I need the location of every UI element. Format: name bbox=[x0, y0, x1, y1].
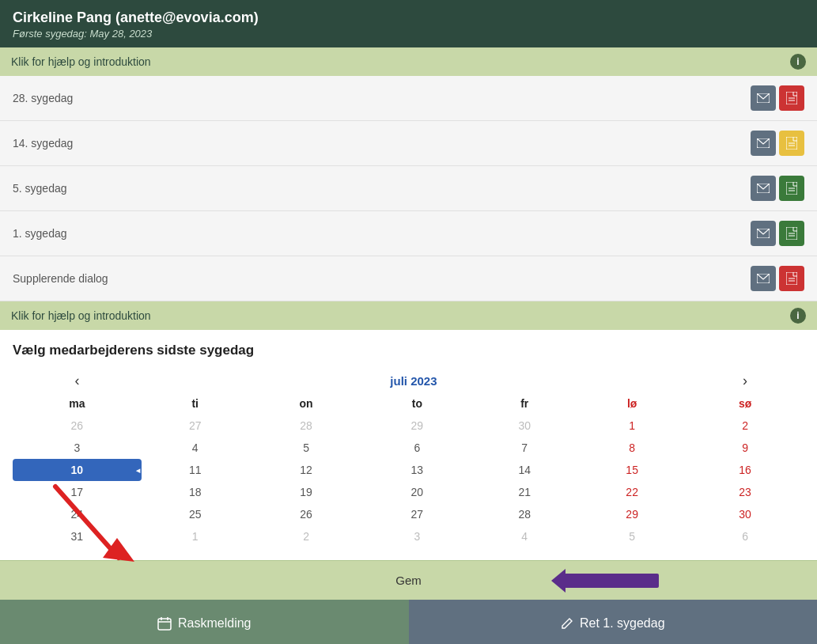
calendar-day[interactable]: 23 bbox=[686, 481, 804, 503]
calendar-week-row: 3456789 bbox=[13, 437, 804, 459]
calendar-day[interactable]: 31 bbox=[13, 525, 142, 547]
calendar-day[interactable]: 1 bbox=[142, 525, 249, 547]
calendar-day[interactable]: 28 bbox=[249, 415, 364, 437]
sick-row: Supplerende dialog bbox=[0, 256, 817, 301]
calendar-day[interactable]: 5 bbox=[249, 437, 364, 459]
doc-button[interactable] bbox=[779, 221, 804, 246]
doc-button[interactable] bbox=[779, 85, 804, 111]
bottom-bar: Raskmelding Ret 1. sygedag bbox=[0, 600, 817, 644]
email-button[interactable] bbox=[751, 221, 776, 246]
calendar-day[interactable]: 21 bbox=[471, 481, 578, 503]
calendar-day[interactable]: 28 bbox=[471, 503, 578, 525]
row-buttons bbox=[751, 221, 804, 246]
calendar-icon bbox=[157, 616, 172, 631]
calendar-title: Vælg medarbejderens sidste sygedag bbox=[13, 343, 804, 358]
raskmelding-button[interactable]: Raskmelding bbox=[0, 600, 409, 644]
calendar-day[interactable]: 4 bbox=[471, 525, 578, 547]
calendar-body: 2627282930123456789101112131415161718192… bbox=[13, 415, 804, 547]
calendar-day[interactable]: 30 bbox=[471, 415, 578, 437]
calendar-day[interactable]: 8 bbox=[578, 437, 686, 459]
edit-icon bbox=[561, 617, 573, 630]
next-month-button[interactable]: › bbox=[738, 373, 752, 389]
sick-row: 28. sygedag bbox=[0, 76, 817, 121]
day-header-ma: ma bbox=[13, 392, 142, 415]
calendar-day[interactable]: 24 bbox=[13, 503, 142, 525]
calendar-day[interactable]: 16 bbox=[686, 459, 804, 481]
sick-row-label: 5. sygedag bbox=[13, 182, 67, 195]
calendar-day[interactable]: 3 bbox=[13, 437, 142, 459]
ret-label: Ret 1. sygedag bbox=[580, 616, 665, 631]
calendar-day[interactable]: 17 bbox=[13, 481, 142, 503]
calendar-day[interactable]: 2 bbox=[249, 525, 364, 547]
calendar-day[interactable]: 4 bbox=[142, 437, 249, 459]
calendar-day[interactable]: 26 bbox=[249, 503, 364, 525]
info-icon-bottom[interactable]: i bbox=[790, 308, 806, 324]
purple-arrow-indicator bbox=[564, 574, 659, 588]
sick-row-label: 1. sygedag bbox=[13, 227, 67, 240]
gem-bar: Gem bbox=[0, 560, 817, 600]
day-header-ti: ti bbox=[142, 392, 249, 415]
calendar-day[interactable]: 22 bbox=[578, 481, 686, 503]
calendar-day[interactable]: 25 bbox=[142, 503, 249, 525]
calendar-day[interactable]: 2 bbox=[686, 415, 804, 437]
calendar-day[interactable]: 1 bbox=[578, 415, 686, 437]
calendar-week-row: 10111213141516 bbox=[13, 459, 804, 481]
doc-button[interactable] bbox=[779, 131, 804, 156]
calendar-day[interactable]: 13 bbox=[363, 459, 471, 481]
day-header-on: on bbox=[249, 392, 364, 415]
email-button[interactable] bbox=[751, 266, 776, 291]
header-title: Cirkeline Pang (anette@evovia.com) bbox=[13, 9, 804, 26]
calendar-week-row: 17181920212223 bbox=[13, 481, 804, 503]
calendar-day[interactable]: 9 bbox=[686, 437, 804, 459]
sick-rows-container: 28. sygedag14. sygedag5. sygedag1. syged… bbox=[0, 76, 817, 301]
calendar-day[interactable]: 7 bbox=[471, 437, 578, 459]
day-header-so: sø bbox=[686, 392, 804, 415]
row-buttons bbox=[751, 176, 804, 201]
month-label: juli 2023 bbox=[142, 369, 686, 392]
calendar-day[interactable]: 12 bbox=[249, 459, 364, 481]
calendar-day[interactable]: 19 bbox=[249, 481, 364, 503]
calendar-month-row: ‹ juli 2023 › bbox=[13, 369, 804, 392]
doc-button[interactable] bbox=[779, 176, 804, 201]
svg-rect-20 bbox=[158, 619, 171, 630]
header: Cirkeline Pang (anette@evovia.com) Først… bbox=[0, 0, 817, 47]
calendar-day[interactable]: 5 bbox=[578, 525, 686, 547]
sick-row: 5. sygedag bbox=[0, 166, 817, 211]
calendar-day[interactable]: 15 bbox=[578, 459, 686, 481]
calendar-day[interactable]: 11 bbox=[142, 459, 249, 481]
ret-button[interactable]: Ret 1. sygedag bbox=[409, 600, 818, 644]
calendar-day[interactable]: 26 bbox=[13, 415, 142, 437]
calendar-day[interactable]: 3 bbox=[363, 525, 471, 547]
info-icon-top[interactable]: i bbox=[790, 54, 806, 70]
purple-arrow bbox=[564, 574, 659, 588]
calendar-section: Vælg medarbejderens sidste sygedag ‹ jul… bbox=[0, 330, 817, 560]
prev-month-button[interactable]: ‹ bbox=[70, 373, 84, 389]
help-bar-top[interactable]: Klik for hjælp og introduktion i bbox=[0, 47, 817, 76]
calendar-week-row: 24252627282930 bbox=[13, 503, 804, 525]
calendar-day[interactable]: 29 bbox=[578, 503, 686, 525]
calendar-day[interactable]: 29 bbox=[363, 415, 471, 437]
calendar-day[interactable]: 6 bbox=[686, 525, 804, 547]
doc-button[interactable] bbox=[779, 266, 804, 291]
email-button[interactable] bbox=[751, 85, 776, 111]
email-button[interactable] bbox=[751, 176, 776, 201]
calendar-day[interactable]: 30 bbox=[686, 503, 804, 525]
main-wrapper: Cirkeline Pang (anette@evovia.com) Først… bbox=[0, 0, 817, 644]
calendar-day[interactable]: 18 bbox=[142, 481, 249, 503]
day-header-fr: fr bbox=[471, 392, 578, 415]
help-bar-bottom[interactable]: Klik for hjælp og introduktion i bbox=[0, 301, 817, 330]
help-bar-bottom-label: Klik for hjælp og introduktion bbox=[11, 309, 151, 322]
row-buttons bbox=[751, 85, 804, 111]
calendar-day[interactable]: 14 bbox=[471, 459, 578, 481]
sick-row-label: 14. sygedag bbox=[13, 137, 73, 150]
calendar-day[interactable]: 27 bbox=[363, 503, 471, 525]
calendar-day[interactable]: 20 bbox=[363, 481, 471, 503]
calendar-week-row: 262728293012 bbox=[13, 415, 804, 437]
email-button[interactable] bbox=[751, 131, 776, 156]
calendar-day[interactable]: 6 bbox=[363, 437, 471, 459]
sick-row-label: Supplerende dialog bbox=[13, 272, 108, 285]
calendar-day[interactable]: 10 bbox=[13, 459, 142, 481]
calendar-day[interactable]: 27 bbox=[142, 415, 249, 437]
row-buttons bbox=[751, 266, 804, 291]
gem-button[interactable]: Gem bbox=[364, 569, 453, 592]
